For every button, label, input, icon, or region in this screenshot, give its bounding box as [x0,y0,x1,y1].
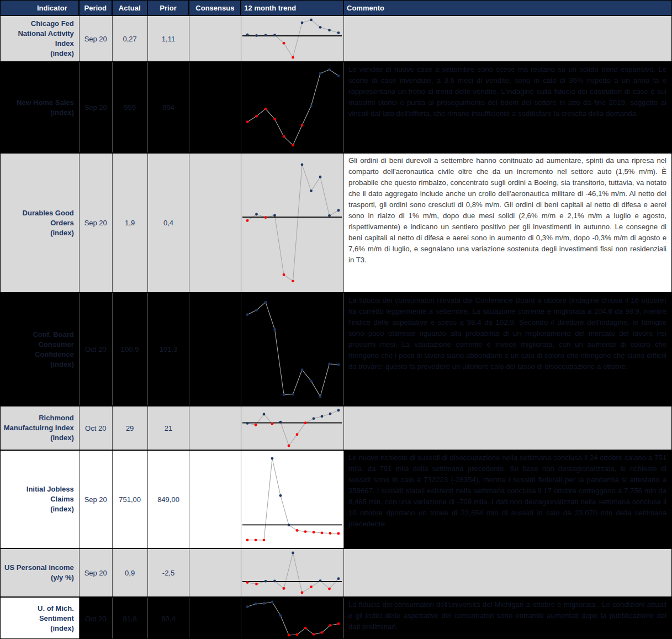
prior-cell: 0,4 [148,154,190,292]
trend-cell [241,154,344,292]
data-point-red [310,585,313,588]
data-point-blue [321,415,324,418]
data-point-blue [271,601,274,604]
actual-value: 0,9 [125,569,135,577]
column-header-commento: Commento [344,1,671,15]
data-point-blue [264,34,267,36]
data-point-red [337,532,340,535]
data-point-blue [310,380,313,383]
sparkline-chart [241,62,343,152]
data-point-blue [319,176,322,178]
data-point-red [246,581,249,584]
data-point-blue [246,33,249,36]
period-cell: Sep 20 [80,451,113,548]
prior-value: 849,00 [157,495,179,504]
period-cell: Sep 20 [80,16,113,61]
data-point-blue [328,214,331,217]
sparkline-chart [241,549,343,596]
sparkline-chart [241,451,343,548]
column-header-label: Actual [119,4,141,12]
data-point-red [255,583,258,585]
trend-cell [241,598,344,639]
data-point-blue [310,104,313,107]
data-point-blue [279,421,282,424]
indicator-cell: Richmond Manufactuirng Index(index) [1,406,80,450]
indicator-unit: (index) [50,108,74,118]
indicator-row: Durables Good Orders(index)Sep 201,90,4 … [1,154,671,293]
consensus-cell [189,293,241,405]
data-point-blue [288,524,290,526]
indicator-name: New Home Sales [17,98,74,108]
indicator-row: Chicago Fed National Activity Index(inde… [1,16,671,62]
prior-value: 0,4 [163,219,173,227]
data-point-blue [263,602,266,605]
table-header-row: IndicatorPeriodActualPriorConsensus12 mo… [1,1,671,16]
data-point-blue [246,313,249,316]
data-point-blue [263,413,266,416]
data-point-red [321,631,324,634]
comment-cell: Le nuove richieste di sussidi di disoccu… [344,451,671,548]
indicator-name: Durables Good Orders [3,208,74,228]
data-point-blue [264,580,267,583]
actual-cell: 959 [113,62,148,152]
indicator-unit: (index) [50,504,74,514]
data-point-blue [279,614,282,617]
consensus-cell [189,406,241,450]
data-point-red [283,587,285,590]
period-cell: Sep 20 [80,62,113,152]
data-point-blue [310,189,313,192]
prior-cell: 849,00 [148,451,190,548]
data-point-red [246,219,249,222]
actual-value: 959 [124,103,136,112]
data-point-blue [319,72,322,75]
actual-cell: 1,9 [113,154,148,292]
indicator-cell: US Personal income(y/y %) [1,549,80,596]
indicator-name: Conf. Board Consumer Confidence [3,330,74,360]
sparkline-chart [241,16,343,61]
indicator-cell: Chicago Fed National Activity Index(inde… [1,16,80,61]
data-point-red [328,588,331,590]
actual-cell: 0,9 [113,549,148,596]
consensus-cell [189,549,241,596]
column-header-label: Consensus [195,4,234,12]
column-header-label: 12 month trend [244,4,296,12]
indicator-unit: (index) [50,624,74,633]
data-point-red [296,633,299,636]
prior-value: -2,5 [162,569,174,577]
period-value: Sep 20 [84,219,107,227]
indicators-report-table: IndicatorPeriodActualPriorConsensus12 mo… [0,0,672,639]
data-point-red [304,530,307,533]
trend-cell [241,549,344,596]
indicator-unit: (y/y %) [51,573,74,583]
prior-cell: 101,3 [148,293,190,405]
data-point-red [304,421,307,424]
indicator-unit: (index) [50,360,74,369]
sparkline-chart [241,406,343,450]
data-point-blue [329,413,332,415]
data-point-red [337,622,340,625]
data-point-blue [246,422,249,425]
data-point-blue [328,29,331,31]
trend-cell [241,293,344,405]
data-point-red [313,531,315,534]
column-header-indicator: Indicator [1,1,80,15]
data-point-blue [337,409,340,412]
data-point-blue [246,605,249,608]
comment-cell: La fiducia dei consumatori dell'universi… [344,598,671,639]
column-header-consensus: Consensus [189,1,241,15]
data-point-blue [273,214,276,217]
actual-value: 751,00 [119,495,141,504]
indicator-cell: New Home Sales(index) [1,62,80,152]
column-header-prior: Prior [148,1,190,15]
prior-cell: 21 [148,406,190,450]
comment-cell: Gli ordini di beni durevoli a settembre … [344,154,671,292]
data-point-blue [273,328,276,331]
indicator-row: US Personal income(y/y %)Sep 200,9-2,5 [1,549,671,598]
column-header-actual: Actual [113,1,148,15]
prior-cell: -2,5 [148,549,190,596]
data-point-blue [279,494,282,497]
data-point-red [271,423,274,425]
period-value: Sep 20 [84,569,107,577]
data-point-blue [313,417,315,420]
indicator-row: New Home Sales(index)Sep 20959994Le vend… [1,62,671,154]
